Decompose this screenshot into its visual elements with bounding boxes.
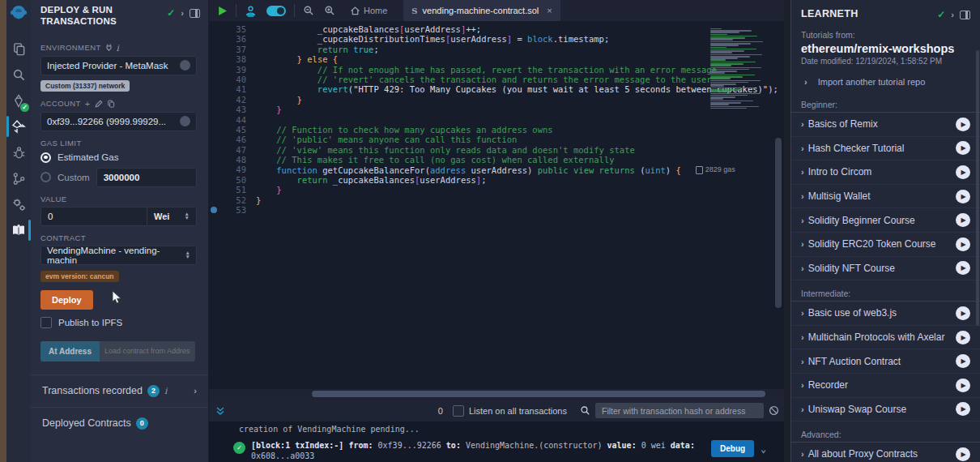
play-tutorial-button[interactable]: ▶ (956, 306, 970, 320)
code-line[interactable]: 35 _cupcakeBalances[userAddress]++; (209, 24, 778, 34)
line-number[interactable]: 51 (209, 185, 256, 195)
transactions-recorded-row[interactable]: Transactions recorded 2 i › (31, 374, 208, 407)
line-number[interactable]: 45 (209, 125, 256, 135)
terminal-search-icon[interactable] (575, 400, 595, 421)
code-line[interactable]: 51 } (209, 185, 778, 195)
tutorial-item[interactable]: ›Solidity Beginner Course▶ (791, 208, 980, 233)
code-line[interactable]: 47 // 'view' means this function only re… (209, 145, 778, 155)
panel-collapse-icon[interactable]: › (181, 8, 184, 18)
tutorial-item[interactable]: ›NFT Auction Contract▶ (791, 349, 980, 374)
play-tutorial-button[interactable]: ▶ (956, 165, 970, 179)
line-number[interactable]: 43 (209, 105, 256, 114)
edit-icon[interactable] (95, 100, 103, 108)
tutorial-item[interactable]: ›Multisig Wallet▶ (791, 185, 980, 209)
play-tutorial-button[interactable]: ▶ (956, 118, 970, 131)
line-number[interactable]: 39 (209, 65, 256, 75)
code-line[interactable]: 49 function getCupcakeBalanceFor(address… (209, 165, 778, 174)
solidity-compiler-icon[interactable]: ✓ (6, 88, 31, 113)
file-explorer-icon[interactable] (6, 36, 31, 62)
tutorial-item[interactable]: ›Recorder▶ (791, 374, 980, 398)
line-number[interactable]: 35 (209, 24, 256, 34)
line-number[interactable]: 41 (209, 84, 256, 94)
expand-log-icon[interactable]: ⌄ (761, 443, 766, 455)
deploy-run-icon[interactable] (6, 113, 31, 139)
panel-collapse-icon[interactable]: › (951, 10, 954, 19)
import-repo-row[interactable]: › Import another tutorial repo (791, 66, 980, 92)
account-select[interactable]: 0xf39...92266 (9999.99929... (40, 112, 197, 131)
line-number[interactable]: 42 (209, 95, 256, 105)
play-tutorial-button[interactable]: ▶ (956, 379, 970, 392)
file-tab[interactable]: S vending-machine-contract.sol × (403, 0, 560, 21)
code-line[interactable]: 46 // 'public' means anyone can call thi… (209, 135, 778, 144)
code-line[interactable]: 36 _cupcakeDistributionTimes[userAddress… (209, 34, 778, 44)
play-tutorial-button[interactable]: ▶ (956, 354, 970, 368)
line-number[interactable]: 49 (209, 165, 256, 174)
value-input[interactable]: 0 (40, 207, 147, 226)
add-account-icon[interactable]: + (85, 99, 91, 109)
toggle-on-icon[interactable] (266, 6, 286, 16)
contract-select[interactable]: VendingMachine - vending-machin ▲▼ (40, 246, 197, 265)
play-tutorial-button[interactable]: ▶ (956, 141, 970, 155)
git-icon[interactable] (6, 165, 31, 191)
publish-ipfs-option[interactable]: Publish to IPFS (40, 317, 197, 328)
code-line[interactable]: 39 // If not enough time has passed, rev… (209, 65, 778, 75)
value-unit-select[interactable]: Wei ▲▼ (147, 207, 197, 226)
line-number[interactable]: 36 (209, 34, 256, 44)
home-tab[interactable]: Home (345, 0, 392, 21)
info-icon[interactable]: i (117, 43, 120, 53)
play-tutorial-button[interactable]: ▶ (956, 213, 970, 227)
line-number[interactable]: 48 (209, 155, 256, 165)
play-tutorial-button[interactable]: ▶ (956, 237, 970, 251)
copilot-toggle[interactable] (262, 0, 291, 21)
close-tab-icon[interactable]: × (547, 6, 552, 15)
code-line[interactable]: 40 // 'revert' cancels the transaction a… (209, 75, 778, 84)
tutorial-item[interactable]: ›Solidity ERC20 Token Course▶ (791, 233, 980, 257)
learneth-scrollbar[interactable] (976, 50, 979, 326)
code-line[interactable]: 50 return _cupcakeBalances[userAddress]; (209, 175, 778, 185)
listen-checkbox[interactable] (453, 405, 464, 417)
deploy-button[interactable]: Deploy (40, 290, 93, 310)
radio-unselected[interactable] (40, 172, 51, 182)
play-tutorial-button[interactable]: ▶ (956, 402, 970, 416)
line-number[interactable]: 52 (209, 195, 256, 205)
line-number[interactable]: 40 (209, 75, 256, 84)
play-tutorial-button[interactable]: ▶ (956, 261, 970, 275)
minimap[interactable] (707, 21, 775, 133)
settings-icon[interactable] (6, 191, 31, 217)
custom-gas-input[interactable]: 3000000 (96, 168, 197, 187)
copy-icon[interactable] (107, 100, 115, 108)
scrollbar-thumb[interactable] (312, 391, 765, 397)
estimated-gas-option[interactable]: Estimated Gas (40, 152, 197, 163)
code-line[interactable]: 41 revert("HTTP 429: Too Many Cupcakes (… (209, 84, 778, 94)
tutorial-item[interactable]: ›Uniswap Swap Course▶ (791, 398, 980, 422)
tutorial-item[interactable]: ›Solidity NFT Course▶ (791, 257, 980, 281)
zoom-in-icon[interactable] (319, 0, 340, 21)
deployed-contracts-row[interactable]: Deployed Contracts 0 (31, 407, 208, 439)
code-editor[interactable]: 35 _cupcakeBalances[userAddress]++;36 _c… (209, 21, 784, 389)
terminal-filter-input[interactable] (595, 403, 764, 418)
learneth-icon[interactable] (6, 217, 31, 243)
tutorial-item[interactable]: ›All about Proxy Contracts▶ (791, 443, 980, 462)
code-line[interactable]: 38 } else { (209, 54, 778, 64)
play-tutorial-button[interactable]: ▶ (956, 190, 970, 203)
zoom-out-icon[interactable] (298, 0, 319, 21)
code-line[interactable]: 44 (209, 115, 778, 125)
editor-vertical-scrollbar[interactable] (775, 138, 782, 308)
code-line[interactable]: 48 // This makes it free to call (no gas… (209, 155, 778, 165)
clear-terminal-icon[interactable] (764, 400, 784, 421)
run-script-icon[interactable] (212, 0, 232, 21)
panel-pin-icon[interactable] (960, 11, 970, 19)
publish-ipfs-checkbox[interactable] (40, 317, 52, 328)
debug-button[interactable]: Debug (711, 440, 754, 457)
play-tutorial-button[interactable]: ▶ (956, 331, 970, 344)
tutorial-item[interactable]: ›Hash Checker Tutorial▶ (791, 137, 980, 161)
radio-selected[interactable] (40, 152, 51, 163)
transaction-log-row[interactable]: ✓ [block:1 txIndex:-] from: 0xf39...9226… (209, 440, 784, 462)
editor-code[interactable]: 35 _cupcakeBalances[userAddress]++;36 _c… (209, 24, 778, 215)
line-number[interactable]: 50 (209, 175, 256, 185)
assistant-icon[interactable] (240, 0, 262, 21)
breakpoint-dot[interactable] (211, 207, 217, 213)
environment-select[interactable]: Injected Provider - MetaMask (40, 56, 197, 75)
line-number[interactable]: 53 (209, 205, 256, 215)
account-copy-icon[interactable] (180, 116, 190, 126)
